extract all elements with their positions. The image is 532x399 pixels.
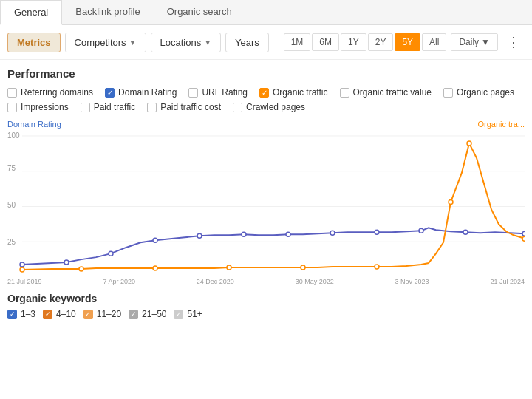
odp-2 xyxy=(79,267,83,271)
cb-organic-traffic[interactable]: ✓ Organic traffic xyxy=(259,87,327,98)
kw-badge-1-3[interactable]: ✓ 1–3 xyxy=(7,309,35,319)
cb-paid-traffic[interactable]: Paid traffic xyxy=(81,102,135,112)
odp-4 xyxy=(227,265,231,270)
competitors-chevron-icon: ▼ xyxy=(129,38,137,47)
dp-1 xyxy=(20,262,24,267)
dp-7 xyxy=(286,232,290,236)
cb-label-url-rating: URL Rating xyxy=(202,87,248,98)
time-all[interactable]: All xyxy=(422,33,446,51)
cb-box-referring-domains[interactable] xyxy=(7,88,17,98)
cb-label-crawled-pages: Crawled pages xyxy=(246,102,305,112)
time-1y[interactable]: 1Y xyxy=(341,33,366,51)
time-1m[interactable]: 1M xyxy=(284,33,311,51)
cb-box-impressions[interactable] xyxy=(7,103,17,112)
x-label-1: 7 Apr 2020 xyxy=(103,278,135,285)
x-label-3: 30 May 2022 xyxy=(296,278,334,285)
dp-3 xyxy=(109,251,113,256)
dp-12 xyxy=(522,231,525,236)
chart-container: Domain Rating Organic tra... 100 75 50 2… xyxy=(0,120,532,287)
cb-box-organic-pages[interactable] xyxy=(443,88,453,98)
locations-button[interactable]: Locations ▼ xyxy=(151,33,222,52)
years-button[interactable]: Years xyxy=(225,33,269,52)
cb-box-paid-traffic-cost[interactable] xyxy=(147,103,157,112)
kw-label-1-3: 1–3 xyxy=(21,309,35,319)
time-5y[interactable]: 5Y xyxy=(395,33,420,51)
cb-label-paid-traffic-cost: Paid traffic cost xyxy=(160,102,221,112)
cb-organic-pages[interactable]: Organic pages xyxy=(443,87,514,98)
dp-9 xyxy=(375,230,379,234)
dp-6 xyxy=(242,232,246,236)
time-6m[interactable]: 6M xyxy=(312,33,339,51)
cb-label-organic-traffic-value: Organic traffic value xyxy=(353,87,432,98)
dp-4 xyxy=(153,238,157,242)
organic-keywords-section: Organic keywords ✓ 1–3 ✓ 4–10 ✓ 11–20 ✓ xyxy=(0,287,532,322)
dp-5 xyxy=(197,233,202,238)
cb-box-crawled-pages[interactable] xyxy=(233,103,242,112)
odp-8 xyxy=(467,141,471,146)
kw-badges: ✓ 1–3 ✓ 4–10 ✓ 11–20 ✓ 21–50 xyxy=(7,309,525,319)
cb-box-organic-traffic[interactable]: ✓ xyxy=(259,88,269,98)
keywords-title: Organic keywords xyxy=(7,293,525,304)
chart-svg xyxy=(7,129,525,276)
cb-organic-traffic-value[interactable]: Organic traffic value xyxy=(340,87,432,98)
kw-check-4-10: ✓ xyxy=(45,310,51,318)
cb-box-domain-rating[interactable]: ✓ xyxy=(105,88,115,98)
kw-label-51plus: 51+ xyxy=(187,309,202,319)
x-axis-labels: 21 Jul 2019 7 Apr 2020 24 Dec 2020 30 Ma… xyxy=(7,276,525,287)
chart-area: 100 75 50 25 xyxy=(7,129,525,276)
daily-button[interactable]: Daily ▼ xyxy=(451,33,498,51)
cb-check-organic-traffic: ✓ xyxy=(262,89,267,97)
cb-domain-rating[interactable]: ✓ Domain Rating xyxy=(105,87,177,98)
daily-chevron-icon: ▼ xyxy=(481,37,490,47)
kw-check-51plus: ✓ xyxy=(176,310,182,318)
kw-label-11-20: 11–20 xyxy=(97,309,121,319)
dp-11 xyxy=(463,230,468,234)
metrics-label: Metrics xyxy=(17,37,51,48)
locations-chevron-icon: ▼ xyxy=(204,38,211,47)
cb-label-paid-traffic: Paid traffic xyxy=(94,102,135,112)
tab-backlink[interactable]: Backlink profile xyxy=(62,0,153,24)
cb-label-organic-traffic: Organic traffic xyxy=(273,87,327,98)
x-label-0: 21 Jul 2019 xyxy=(7,278,42,285)
cb-impressions[interactable]: Impressions xyxy=(7,102,69,112)
years-label: Years xyxy=(235,37,259,48)
odp-1 xyxy=(20,267,24,272)
tab-organic-search[interactable]: Organic search xyxy=(154,0,245,24)
kw-cb-21-50[interactable]: ✓ xyxy=(129,310,138,319)
more-button[interactable]: ⋮ xyxy=(502,31,525,53)
odp-5 xyxy=(301,265,305,270)
domain-rating-line xyxy=(22,228,525,265)
cb-paid-traffic-cost[interactable]: Paid traffic cost xyxy=(147,102,221,112)
competitors-button[interactable]: Competitors ▼ xyxy=(65,33,146,52)
kw-check-1-3: ✓ xyxy=(10,310,16,318)
kw-badge-21-50[interactable]: ✓ 21–50 xyxy=(129,309,166,319)
kw-cb-51plus[interactable]: ✓ xyxy=(174,310,183,319)
odp-9 xyxy=(522,236,525,241)
dp-8 xyxy=(330,231,335,235)
kw-badge-51plus[interactable]: ✓ 51+ xyxy=(174,309,202,319)
tab-general[interactable]: General xyxy=(0,0,62,25)
dp-2 xyxy=(64,260,69,265)
cb-url-rating[interactable]: URL Rating xyxy=(188,87,248,98)
competitors-label: Competitors xyxy=(75,37,126,48)
kw-cb-11-20[interactable]: ✓ xyxy=(83,310,93,319)
kw-badge-4-10[interactable]: ✓ 4–10 xyxy=(43,309,76,319)
cb-box-url-rating[interactable] xyxy=(188,88,198,98)
checkbox-row: Referring domains ✓ Domain Rating URL Ra… xyxy=(0,84,532,115)
time-filters: 1M 6M 1Y 2Y 5Y All Daily ▼ xyxy=(284,33,498,51)
cb-box-paid-traffic[interactable] xyxy=(81,103,90,112)
time-2y[interactable]: 2Y xyxy=(368,33,394,51)
cb-crawled-pages[interactable]: Crawled pages xyxy=(233,102,305,112)
cb-label-referring-domains: Referring domains xyxy=(21,87,93,98)
kw-label-21-50: 21–50 xyxy=(142,309,166,319)
kw-badge-11-20[interactable]: ✓ 11–20 xyxy=(83,309,121,319)
daily-label: Daily xyxy=(459,37,479,47)
axis-labels: Domain Rating Organic tra... xyxy=(7,120,525,129)
cb-referring-domains[interactable]: Referring domains xyxy=(7,87,93,98)
kw-cb-1-3[interactable]: ✓ xyxy=(7,310,17,319)
cb-box-organic-traffic-value[interactable] xyxy=(340,88,349,98)
right-axis-label: Organic tra... xyxy=(477,120,525,129)
cb-label-organic-pages: Organic pages xyxy=(457,87,514,98)
metrics-button[interactable]: Metrics xyxy=(7,33,61,52)
kw-cb-4-10[interactable]: ✓ xyxy=(43,310,52,319)
